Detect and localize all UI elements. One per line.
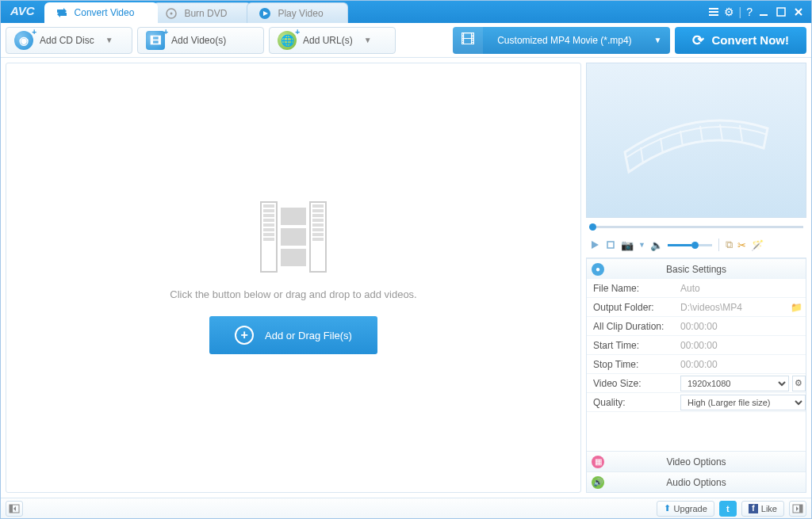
basic-settings-header[interactable]: ● Basic Settings (587, 258, 806, 279)
gear-icon[interactable]: ⚙ (724, 6, 734, 18)
svg-rect-14 (607, 242, 614, 248)
row-all-clip-duration: All Clip Duration: 00:00:00 (587, 317, 806, 336)
add-videos-button[interactable]: 🎞 Add Video(s) (137, 27, 264, 54)
plus-icon: + (235, 326, 254, 345)
facebook-like-button[interactable]: f Like (741, 501, 784, 517)
svg-point-1 (170, 12, 173, 14)
audio-options-header[interactable]: 🔊 Audio Options (587, 471, 806, 492)
svg-rect-6 (760, 14, 768, 16)
button-label: Upgrade (674, 504, 707, 513)
toolbar: ◉ Add CD Disc ▼ 🎞 Add Video(s) 🌐 Add URL… (1, 23, 811, 58)
value: High (Larger file size) (676, 395, 806, 410)
tab-label: Play Video (278, 8, 323, 19)
path-text: D:\videos\MP4 (680, 302, 787, 313)
cut-button[interactable]: ✂ (737, 239, 746, 251)
row-video-size: Video Size: 1920x1080 ⚙ (587, 374, 806, 393)
tab-label: Convert Video (75, 7, 135, 18)
chevron-down-icon: ▼ (105, 36, 113, 44)
video-size-select[interactable]: 1920x1080 (680, 376, 789, 391)
value[interactable]: Auto (676, 283, 806, 294)
output-format-select[interactable]: 🎞 Customized MP4 Movie (*.mp4) ▼ (453, 27, 669, 54)
tab-play-video[interactable]: Play Video (247, 2, 347, 23)
value[interactable]: D:\videos\MP4 📁 (676, 302, 806, 313)
label: Stop Time: (587, 359, 676, 370)
seek-slider[interactable] (586, 221, 806, 232)
button-label: Like (761, 504, 777, 513)
effects-button[interactable]: 🪄 (751, 239, 764, 251)
quality-select[interactable]: High (Larger file size) (680, 395, 806, 410)
gear-icon[interactable]: ⚙ (792, 376, 806, 391)
label: File Name: (587, 283, 676, 294)
maximize-button[interactable] (775, 6, 787, 18)
window-controls: ⚙ | ? (702, 1, 811, 23)
button-label: Add Video(s) (171, 35, 226, 46)
volume-icon[interactable]: 🔈 (650, 239, 663, 251)
upgrade-icon: ⬆ (664, 503, 671, 513)
drop-zone[interactable]: Click the button below or drag and drop … (6, 63, 581, 493)
label: Quality: (587, 397, 676, 408)
row-stop-time: Stop Time: 00:00:00 (587, 355, 806, 374)
film-reel-icon (617, 97, 776, 184)
value: 00:00:00 (676, 321, 806, 332)
add-files-button[interactable]: + Add or Drag File(s) (209, 316, 377, 354)
divider (718, 239, 719, 251)
settings-panel: ● Basic Settings File Name: Auto Output … (586, 258, 806, 493)
svg-rect-16 (10, 505, 13, 513)
svg-line-8 (641, 147, 643, 163)
drop-hint-text: Click the button below or drag and drop … (170, 288, 416, 300)
svg-line-10 (680, 131, 683, 147)
svg-rect-5 (709, 14, 718, 16)
globe-icon: ● (592, 263, 604, 276)
button-label: Convert Now! (712, 33, 790, 47)
film-frame-icon: 🎞 (453, 27, 483, 54)
convert-now-button[interactable]: ⟳ Convert Now! (675, 27, 807, 54)
row-file-name: File Name: Auto (587, 279, 806, 298)
svg-rect-18 (799, 505, 802, 513)
basic-settings-grid: File Name: Auto Output Folder: D:\videos… (587, 279, 806, 451)
svg-rect-4 (709, 11, 718, 13)
snapshot-button[interactable]: 📷 (621, 239, 634, 251)
tab-burn-dvd[interactable]: Burn DVD (153, 2, 251, 23)
disc-icon: ◉ (14, 31, 33, 50)
menu-icon[interactable] (708, 6, 719, 17)
add-cd-disc-button[interactable]: ◉ Add CD Disc ▼ (6, 27, 132, 54)
add-urls-button[interactable]: 🌐 Add URL(s) ▼ (269, 27, 396, 54)
facebook-icon: f (749, 504, 758, 513)
folder-icon[interactable]: 📁 (791, 302, 802, 313)
globe-icon: 🌐 (278, 31, 297, 50)
minimize-button[interactable] (757, 6, 770, 18)
header-label: Audio Options (666, 477, 726, 488)
chevron-down-icon: ▼ (364, 36, 372, 44)
refresh-icon: ⟳ (692, 32, 704, 49)
titlebar: AVC Convert Video Burn DVD Play Video ⚙ … (1, 1, 811, 23)
panel-toggle-right-button[interactable] (789, 501, 806, 517)
tab-convert-video[interactable]: Convert Video (44, 2, 159, 23)
chevron-down-icon: ▼ (646, 36, 670, 44)
upgrade-button[interactable]: ⬆ Upgrade (657, 501, 714, 517)
audio-icon: 🔊 (592, 476, 604, 489)
player-controls: 📷 ▼ 🔈 ⧉ ✂ 🪄 (586, 235, 806, 254)
snapshot-dropdown[interactable]: ▼ (638, 241, 645, 249)
volume-slider[interactable] (668, 244, 712, 246)
twitter-button[interactable]: t (719, 501, 737, 517)
main-tabs: Convert Video Burn DVD Play Video (44, 1, 702, 23)
label: Start Time: (587, 340, 676, 351)
value[interactable]: 00:00:00 (676, 340, 806, 351)
convert-icon (56, 6, 68, 19)
film-strip-icon (258, 201, 329, 273)
svg-rect-3 (709, 8, 718, 10)
label: Output Folder: (587, 302, 676, 313)
header-label: Video Options (666, 456, 726, 467)
close-button[interactable] (792, 6, 805, 18)
stop-button[interactable] (605, 239, 616, 250)
row-start-time: Start Time: 00:00:00 (587, 336, 806, 355)
value: 1920x1080 ⚙ (676, 376, 806, 391)
button-label: Add or Drag File(s) (265, 330, 352, 342)
play-button[interactable] (589, 239, 600, 250)
preview-panel (586, 63, 806, 218)
help-icon[interactable]: ? (746, 6, 753, 18)
copy-button[interactable]: ⧉ (726, 239, 733, 251)
panel-toggle-left-button[interactable] (6, 501, 23, 517)
value[interactable]: 00:00:00 (676, 359, 806, 370)
video-options-header[interactable]: ▦ Video Options (587, 451, 806, 471)
